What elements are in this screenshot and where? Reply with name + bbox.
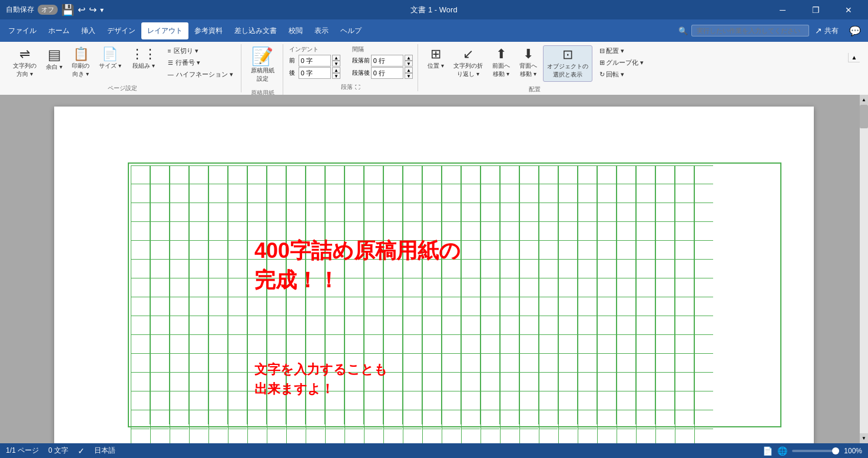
ms-cell (617, 335, 635, 354)
menu-item-ヘルプ[interactable]: ヘルプ (334, 22, 367, 39)
line-numbers-button[interactable]: ☰ 行番号 ▾ (165, 57, 236, 68)
menu-item-ファイル[interactable]: ファイル (2, 22, 42, 39)
spacing-before-input[interactable] (371, 55, 403, 67)
ms-cell (383, 391, 402, 410)
wrap-text-button[interactable]: ↙ 文字列の折り返し ▾ (450, 45, 486, 81)
spacing-before-down[interactable]: ▼ (405, 61, 413, 67)
margins-button[interactable]: ▤ 余白 ▾ (42, 45, 66, 74)
menu-item-差し込み文書[interactable]: 差し込み文書 (228, 22, 283, 39)
manuscript-settings-button[interactable]: 📝 原稿用紙設定 (247, 45, 278, 85)
proofing-icon[interactable]: ✓ (78, 446, 85, 456)
ms-cell (694, 429, 713, 443)
ms-cell (170, 429, 188, 443)
comment-icon[interactable]: 💬 (844, 25, 866, 36)
ms-cell (364, 429, 383, 443)
redo-icon[interactable]: ↪ (89, 4, 97, 15)
share-button[interactable]: ↗ 共有 (809, 24, 844, 38)
ms-cell (364, 316, 383, 335)
ms-cell (325, 335, 344, 354)
indent-before-up[interactable]: ▲ (332, 55, 340, 61)
view-print-icon[interactable]: 📄 (763, 446, 773, 456)
spacing-after-input[interactable] (371, 67, 403, 79)
quick-access-dropdown[interactable]: ▾ (100, 6, 104, 14)
ms-cell (325, 203, 344, 222)
send-backward-button[interactable]: ⬇ 背面へ移動 ▾ (516, 45, 541, 81)
indent-after-down[interactable]: ▼ (332, 73, 340, 79)
ms-cell (481, 410, 499, 429)
undo-icon[interactable]: ↩ (78, 4, 85, 15)
selection-pane-button[interactable]: ⊡ オブジェクトの選択と表示 (543, 45, 592, 82)
text-direction-button[interactable]: ⇌ 文字列の方向 ▾ (9, 45, 40, 81)
size-button[interactable]: 📄 サイズ ▾ (95, 45, 125, 72)
spacing-after-down[interactable]: ▼ (405, 73, 413, 79)
menu-item-校閲[interactable]: 校閲 (283, 22, 309, 39)
orientation-button[interactable]: 📋 印刷の向き ▾ (68, 45, 93, 81)
indent-before-input[interactable] (299, 55, 331, 67)
spacing-before-up[interactable]: ▲ (405, 55, 413, 61)
zoom-slider[interactable] (792, 450, 839, 452)
menu-item-参考資料[interactable]: 参考資料 (188, 22, 228, 39)
indent-after-input[interactable] (299, 67, 331, 79)
paragraph-group-label: 段落 ⛶ (341, 81, 360, 91)
minimize-button[interactable]: ─ (769, 0, 796, 19)
spacing-before-spinner[interactable]: ▲ ▼ (405, 55, 413, 67)
ms-cell (519, 297, 538, 316)
ms-col-6 (247, 165, 267, 424)
ms-cell (208, 429, 227, 443)
indent-before-spinner[interactable]: ▲ ▼ (332, 55, 340, 67)
indent-after-up[interactable]: ▲ (332, 67, 340, 73)
ms-cell (578, 260, 597, 278)
ms-cell (500, 203, 519, 222)
ms-cell (422, 203, 441, 222)
menu-item-ホーム[interactable]: ホーム (42, 22, 75, 39)
menu-item-挿入[interactable]: 挿入 (75, 22, 101, 39)
restore-button[interactable]: ❐ (802, 0, 829, 19)
ms-cell (150, 391, 169, 410)
view-web-icon[interactable]: 🌐 (777, 446, 787, 456)
scroll-track[interactable] (860, 105, 868, 433)
indent-before-down[interactable]: ▼ (332, 61, 340, 67)
columns-button[interactable]: ⋮⋮ 段組み ▾ (127, 45, 160, 72)
break-button[interactable]: ≡ 区切り ▾ (165, 45, 236, 57)
save-icon[interactable]: 💾 (61, 4, 74, 16)
menu-item-デザイン[interactable]: デザイン (101, 22, 141, 39)
ms-cell (267, 222, 286, 241)
indent-after-spinner[interactable]: ▲ ▼ (332, 67, 340, 79)
group-button[interactable]: ⊞ グループ化 ▾ (597, 57, 646, 68)
paragraph-expand-icon[interactable]: ⛶ (355, 84, 360, 90)
send-backward-icon: ⬇ (523, 48, 534, 61)
ms-col-3 (189, 165, 208, 424)
rotate-button[interactable]: ↻ 回転 ▾ (597, 69, 646, 80)
scroll-up-arrow[interactable]: ▲ (860, 95, 868, 105)
hyphenation-button[interactable]: — ハイフネーション ▾ (165, 69, 236, 80)
align-button[interactable]: ⊟ 配置 ▾ (597, 45, 646, 57)
scroll-down-arrow[interactable]: ▼ (860, 433, 868, 443)
autosave-toggle[interactable]: オフ (38, 5, 58, 15)
ms-col-26 (636, 165, 655, 424)
ms-cell (442, 165, 460, 184)
search-input[interactable] (691, 25, 809, 36)
close-button[interactable]: ✕ (835, 0, 862, 19)
scroll-thumb[interactable] (860, 105, 868, 128)
bring-forward-button[interactable]: ⬆ 前面へ移動 ▾ (489, 45, 513, 81)
ms-cell (694, 184, 713, 203)
ribbon-collapse-button[interactable]: ▲ (848, 53, 860, 62)
spacing-after-spinner[interactable]: ▲ ▼ (405, 67, 413, 79)
ms-col-11 (344, 165, 364, 424)
ms-cell (150, 184, 169, 203)
bring-forward-icon: ⬆ (496, 48, 506, 61)
document-area[interactable]: 400字詰め原稿用紙の 完成！！ 文字を入力することも 出来ますよ！ (0, 95, 868, 443)
position-button[interactable]: ⊞ 位置 ▾ (424, 45, 448, 72)
ms-cell (286, 335, 305, 354)
ms-cell (189, 391, 208, 410)
menu-item-レイアウト[interactable]: レイアウト (141, 22, 188, 39)
spacing-after-label: 段落後 (352, 69, 370, 77)
ms-cell (675, 354, 694, 373)
spacing-after-up[interactable]: ▲ (405, 67, 413, 73)
vertical-scrollbar[interactable]: ▲ ▼ (860, 95, 868, 443)
ms-cell (519, 429, 538, 443)
menu-item-表示[interactable]: 表示 (309, 22, 334, 39)
zoom-thumb[interactable] (832, 447, 839, 454)
ms-cell (344, 316, 363, 335)
arrange-group-label: 配置 (529, 83, 541, 94)
